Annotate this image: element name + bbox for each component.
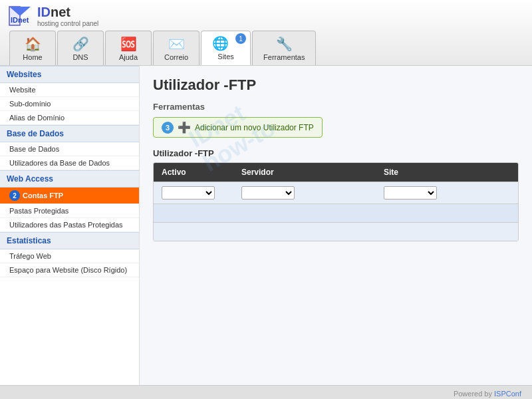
header: IDnet IDnet hosting control panel 🏠Home🔗…: [0, 0, 532, 66]
logo-text: IDnet: [37, 5, 98, 20]
badge-3: 3: [162, 122, 174, 134]
sidebar-item-label: Website: [9, 86, 36, 94]
sidebar-badge: 2: [9, 190, 20, 201]
sidebar-item-label: Utilizadores da Base de Dados: [9, 159, 110, 167]
th-servidor: Servidor: [233, 163, 376, 182]
activo-select-1[interactable]: [162, 186, 215, 200]
td-site-1: [376, 182, 518, 203]
logo-icon: IDnet: [7, 4, 33, 28]
add-button-row: 3 ➕ Adicionar um novo Utilizador FTP: [153, 117, 519, 138]
tab-home[interactable]: 🏠Home: [9, 31, 56, 65]
sidebar-item-espaço-para-website-(disco-rígido)[interactable]: Espaço para Website (Disco Rígido): [0, 263, 139, 277]
main-layout: WebsitesWebsiteSub-domínioAlias de Domín…: [0, 66, 532, 385]
sidebar-item-label: Pastas Protegidas: [9, 207, 68, 215]
tab-ajuda[interactable]: 🆘Ajuda: [105, 31, 152, 65]
sidebar-section-websites: Websites: [0, 66, 139, 83]
sidebar-item-label: Utilizadores das Pastas Protegidas: [9, 221, 123, 229]
sidebar-item-contas-ftp[interactable]: 2Contas FTP: [0, 188, 139, 204]
th-activo: Activo: [154, 163, 233, 182]
sidebar-item-tráfego-web[interactable]: Tráfego Web: [0, 249, 139, 263]
page-title: Utilizador -FTP: [153, 76, 519, 94]
sidebar-item-label: Espaço para Website (Disco Rígido): [9, 266, 127, 274]
sidebar-item-website[interactable]: Website: [0, 83, 139, 97]
svg-text:IDnet: IDnet: [11, 16, 29, 24]
sidebar-item-label: Contas FTP: [23, 192, 63, 200]
logo-area: IDnet IDnet hosting control panel: [7, 4, 525, 28]
footer: Powered by ISPConf: [0, 385, 532, 399]
sidebar-item-utilizadores-das-pastas-protegidas[interactable]: Utilizadores das Pastas Protegidas: [0, 218, 139, 232]
tab-label-home: Home: [23, 53, 42, 61]
content-area: IDnethow-to Utilizador -FTP Ferramentas …: [140, 66, 532, 385]
ferramentas-icon: 🔧: [276, 36, 293, 52]
ftp-table: Activo Servidor Site: [153, 162, 519, 241]
sidebar-item-label: Alias de Domínio: [9, 114, 65, 122]
sites-icon: 🌐: [212, 35, 229, 51]
table-row: [154, 222, 518, 241]
tab-label-ajuda: Ajuda: [119, 53, 138, 61]
tab-ferramentas[interactable]: 🔧Ferramentas: [252, 31, 316, 65]
ajuda-icon: 🆘: [120, 36, 137, 52]
add-ftp-user-button[interactable]: 3 ➕ Adicionar um novo Utilizador FTP: [153, 117, 323, 138]
table-row: [154, 182, 518, 203]
tab-dns[interactable]: 🔗DNS: [57, 31, 104, 65]
sidebar-item-pastas-protegidas[interactable]: Pastas Protegidas: [0, 204, 139, 218]
correio-icon: ✉️: [168, 36, 185, 52]
tab-label-correio: Correio: [164, 53, 188, 61]
sidebar-section-estatísticas: Estatísticas: [0, 232, 139, 249]
table-row: [154, 203, 518, 222]
logo: IDnet IDnet hosting control panel: [7, 4, 98, 28]
sidebar-item-label: Base de Dados: [9, 145, 59, 153]
powered-by-text: Powered by: [454, 390, 494, 398]
home-icon: 🏠: [25, 36, 41, 52]
tab-sites[interactable]: 🌐1Sites: [201, 31, 251, 65]
badge-sites: 1: [235, 33, 246, 44]
sidebar-section-web-access: Web Access: [0, 170, 139, 188]
sidebar-item-utilizadores-da-base-de-dados[interactable]: Utilizadores da Base de Dados: [0, 156, 139, 170]
servidor-select-1[interactable]: [241, 186, 295, 200]
sidebar-item-base-de-dados[interactable]: Base de Dados: [0, 142, 139, 156]
tab-correio[interactable]: ✉️Correio: [153, 31, 200, 65]
td-servidor-1: [233, 182, 376, 203]
add-button-icon: ➕: [178, 121, 191, 134]
sidebar: WebsitesWebsiteSub-domínioAlias de Domín…: [0, 66, 140, 385]
tab-label-ferramentas: Ferramentas: [263, 53, 305, 61]
hosting-label: hosting control panel: [37, 20, 98, 27]
sidebar-item-label: Sub-domínio: [9, 100, 51, 108]
td-activo-1: [154, 182, 233, 203]
sidebar-item-label: Tráfego Web: [9, 252, 51, 260]
table-header: Activo Servidor Site: [154, 163, 518, 182]
sidebar-section-base-de-dados: Base de Dados: [0, 125, 139, 142]
th-site: Site: [376, 163, 518, 182]
section-ferramentas-label: Ferramentas: [153, 102, 519, 112]
nav-tabs: 🏠Home🔗DNS🆘Ajuda✉️Correio🌐1Sites🔧Ferramen…: [7, 31, 525, 65]
tab-label-sites: Sites: [217, 53, 233, 61]
table-section-title: Utilizador -FTP: [153, 148, 519, 158]
sidebar-item-alias-de-domínio[interactable]: Alias de Domínio: [0, 111, 139, 125]
add-button-label: Adicionar um novo Utilizador FTP: [195, 123, 314, 132]
sidebar-item-sub-domínio[interactable]: Sub-domínio: [0, 97, 139, 111]
tab-label-dns: DNS: [72, 53, 88, 61]
brand-link[interactable]: ISPConf: [494, 390, 521, 398]
site-select-1[interactable]: [384, 186, 437, 200]
dns-icon: 🔗: [72, 36, 89, 52]
